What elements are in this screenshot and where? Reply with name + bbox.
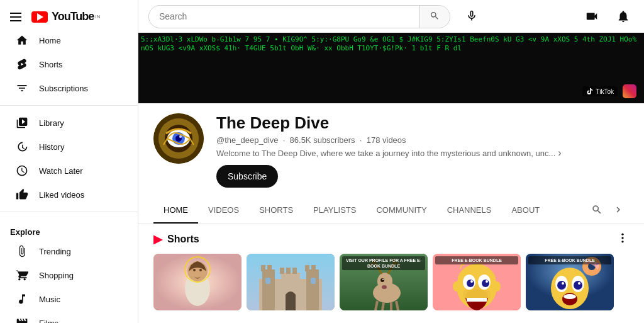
- short-card-5[interactable]: FREE E-BOOK BUNDLE: [526, 254, 614, 310]
- sidebar-item-music[interactable]: Music: [5, 287, 133, 311]
- youtube-logo: YouTubeIN: [31, 10, 100, 23]
- sidebar-item-subscriptions[interactable]: Subscriptions: [5, 76, 133, 100]
- channel-handle: @the_deep_dive: [216, 135, 279, 145]
- tab-community[interactable]: COMMUNITY: [366, 198, 436, 224]
- short-card-4[interactable]: FREE E-BOOK BUNDLE: [433, 254, 521, 310]
- trending-icon: [15, 244, 29, 258]
- tab-shorts[interactable]: SHORTS: [249, 198, 303, 224]
- sidebar-item-liked-videos[interactable]: Liked videos: [5, 183, 133, 207]
- channel-name: The Deep Dive: [216, 113, 629, 133]
- svg-line-43: [382, 302, 384, 310]
- shorts-section: ▶ Shorts: [138, 224, 644, 318]
- short-card-2[interactable]: [247, 254, 335, 310]
- svg-point-58: [493, 281, 501, 292]
- sidebar-header: YouTubeIN: [0, 5, 138, 28]
- svg-rect-29: [311, 278, 316, 284]
- sidebar-item-shorts[interactable]: Shorts: [5, 52, 133, 76]
- microphone-button[interactable]: [460, 4, 483, 29]
- sidebar-item-history[interactable]: History: [5, 135, 133, 159]
- sidebar-item-trending[interactable]: Trending: [5, 239, 133, 263]
- create-button[interactable]: [581, 6, 602, 27]
- short-overlay-4: FREE E-BOOK BUNDLE: [435, 256, 518, 264]
- yt-icon: [31, 11, 48, 23]
- main-content: 5:;xA3Dl·3 xLDWo b-G1b1w 7 95 7 • KIG9O^…: [138, 0, 644, 323]
- chevron-right-icon: [613, 204, 624, 215]
- channel-subscribers: 86.5K subscribers: [290, 135, 355, 145]
- tab-playlists[interactable]: PLAYLISTS: [303, 198, 366, 224]
- notifications-button[interactable]: [613, 6, 634, 27]
- svg-point-57: [453, 281, 460, 292]
- description-expand[interactable]: ›: [558, 147, 561, 159]
- top-bar: [138, 0, 644, 33]
- svg-rect-19: [306, 269, 319, 310]
- sidebar-label-subscriptions: Subscriptions: [39, 84, 88, 93]
- channel-tabs: HOME VIDEOS SHORTS PLAYLISTS COMMUNITY C…: [138, 198, 644, 224]
- svg-point-9: [621, 241, 623, 242]
- short-card-1[interactable]: [153, 254, 242, 310]
- sidebar-item-home[interactable]: Home: [5, 28, 133, 52]
- tab-channels[interactable]: CHANNELS: [437, 198, 502, 224]
- subscribe-button[interactable]: Subscribe: [216, 165, 278, 188]
- svg-point-64: [574, 281, 582, 290]
- shorts-grid: VISIT OUR PROFILE FOR A FREE E-BOOK BUND…: [153, 254, 629, 310]
- svg-point-8: [621, 237, 623, 239]
- sidebar-label-trending: Trending: [39, 247, 71, 256]
- channel-info: The Deep Dive @the_deep_dive · 86.5K sub…: [138, 103, 644, 198]
- sidebar-item-films[interactable]: Films: [5, 311, 133, 323]
- svg-point-6: [179, 135, 182, 138]
- svg-point-39: [380, 278, 384, 282]
- svg-rect-27: [311, 265, 316, 271]
- channel-meta: The Deep Dive @the_deep_dive · 86.5K sub…: [216, 113, 629, 188]
- sidebar: YouTubeIN Home Shorts Subscriptions: [0, 0, 138, 323]
- svg-point-53: [482, 280, 489, 287]
- short-overlay-3: VISIT OUR PROFILE FOR A FREE E-BOOK BUND…: [342, 256, 425, 270]
- svg-point-13: [193, 269, 196, 271]
- channel-sub: @the_deep_dive · 86.5K subscribers · 178…: [216, 135, 629, 145]
- tab-videos[interactable]: VIDEOS: [198, 198, 249, 224]
- search-input[interactable]: [149, 6, 419, 26]
- svg-point-40: [382, 279, 384, 280]
- svg-point-66: [578, 282, 580, 285]
- hamburger-menu[interactable]: [10, 13, 21, 21]
- svg-rect-18: [262, 269, 275, 310]
- sidebar-item-library[interactable]: Library: [5, 111, 133, 135]
- search-button[interactable]: [419, 6, 450, 28]
- search-icon: [430, 11, 440, 21]
- sidebar-label-watch-later: Watch Later: [39, 166, 83, 176]
- svg-point-54: [470, 280, 473, 283]
- svg-rect-22: [267, 265, 272, 271]
- svg-point-55: [486, 280, 488, 283]
- short-card-3[interactable]: VISIT OUR PROFILE FOR A FREE E-BOOK BUND…: [340, 254, 428, 310]
- tab-search-button[interactable]: [586, 199, 608, 222]
- sidebar-item-watch-later[interactable]: Watch Later: [5, 159, 133, 183]
- svg-point-14: [199, 269, 202, 271]
- tiktok-badge: TikTok: [582, 86, 618, 96]
- short-thumbnail-2: [247, 254, 335, 310]
- tab-about[interactable]: ABOUT: [501, 198, 550, 224]
- svg-rect-24: [286, 268, 291, 274]
- shorts-section-icon: ▶: [153, 232, 162, 246]
- tab-more-button[interactable]: [608, 199, 629, 222]
- create-icon: [585, 9, 599, 23]
- home-icon: [15, 33, 29, 47]
- sidebar-item-shopping[interactable]: Shopping: [5, 263, 133, 287]
- svg-point-7: [621, 234, 623, 235]
- search-bar: [148, 5, 450, 28]
- shorts-more-button[interactable]: [616, 232, 629, 246]
- svg-rect-25: [292, 268, 297, 274]
- svg-point-41: [382, 285, 387, 289]
- channel-banner: 5:;xA3Dl·3 xLDWo b-G1b1w 7 95 7 • KIG9O^…: [138, 33, 644, 103]
- svg-point-52: [467, 280, 474, 287]
- sidebar-label-library: Library: [39, 118, 64, 128]
- tab-home[interactable]: HOME: [153, 198, 198, 224]
- tiktok-icon: [586, 88, 594, 95]
- channel-description: Welcome to The Deep Dive, where we take …: [216, 147, 629, 159]
- channel-videos: 178 videos: [367, 135, 406, 145]
- sidebar-label-shorts: Shorts: [39, 60, 63, 69]
- shorts-section-title: Shorts: [167, 234, 199, 245]
- svg-point-65: [562, 282, 564, 285]
- divider-2: [0, 212, 138, 212]
- shorts-title-row: ▶ Shorts: [153, 232, 629, 246]
- short-overlay-5: FREE E-BOOK BUNDLE: [528, 256, 611, 264]
- channel-avatar: [153, 113, 204, 164]
